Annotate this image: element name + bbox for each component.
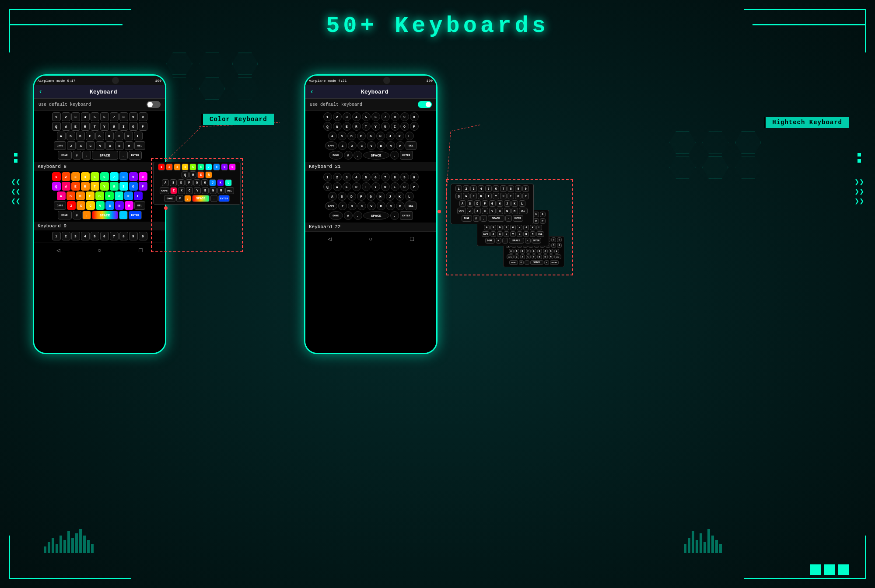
kb-key[interactable]: L [225,179,232,186]
kb-key[interactable]: R [352,122,361,131]
kb-key[interactable]: W [333,122,342,131]
kb-key[interactable]: K [530,225,536,230]
kb-key[interactable]: N [115,141,124,150]
kb-key[interactable]: L [134,191,143,200]
kb-key[interactable]: G [532,249,536,254]
kb-key[interactable]: F [186,179,192,186]
kb-key[interactable]: O [129,122,138,131]
kb-key[interactable]: 2 [62,232,70,240]
kb-key[interactable]: U [110,182,119,191]
caps-key-fhk2[interactable]: CAPS [482,231,490,237]
kb-key[interactable]: Z [67,201,76,210]
kb-key[interactable]: B [377,141,385,150]
del-key-right[interactable]: DEL [406,141,416,150]
kb-key[interactable]: Y [100,122,109,131]
kb-key[interactable]: C [504,231,509,237]
del-key-fhk1[interactable]: DEL [519,208,528,214]
kb-key[interactable]: # [73,151,81,160]
kb-key[interactable]: 8 [391,173,399,181]
phone-right-back-btn[interactable]: ‹ [310,88,314,96]
kb-key[interactable]: P [139,182,147,191]
kb-key[interactable]: W [62,122,70,131]
kb-key[interactable]: Q [182,171,189,178]
kb-key[interactable]: 8 [119,232,128,240]
kb-key[interactable]: C [357,202,366,210]
kb-key[interactable]: S [170,179,177,186]
kb-key[interactable]: X [474,208,481,214]
kb-key[interactable]: 9 [551,237,556,242]
kb-key[interactable]: # [519,260,524,265]
kb-key[interactable]: D [178,179,185,186]
kb-key[interactable]: M [511,208,518,214]
kb-key[interactable]: O [400,122,409,131]
kb-key[interactable]: V [367,141,376,150]
kb-key[interactable]: A [57,191,66,200]
kb-key[interactable]: 9 [129,172,138,181]
kb-key[interactable]: C [526,254,531,259]
kb-key[interactable]: V [194,187,201,194]
kb-key[interactable]: L [405,132,414,140]
kb-key[interactable]: - [544,260,549,265]
kb-key[interactable]: 2 [333,112,342,121]
kb-key[interactable]: E [343,182,351,191]
kb-key[interactable]: 1 [323,173,332,181]
done-key-float[interactable]: DONE [164,195,175,202]
kb-key[interactable]: H [376,192,385,201]
kb-key[interactable]: G [367,192,375,201]
kb-key[interactable]: Z [170,187,177,194]
kb-key[interactable]: 9 [221,164,228,170]
enter-key-right[interactable]: ENTER [400,151,413,160]
kb-key[interactable]: P [540,218,546,224]
kb-key[interactable]: 9 [533,212,539,217]
kb-key[interactable]: S [338,192,346,201]
kb-key[interactable]: 6 [100,232,109,240]
kb-key[interactable]: 7 [381,112,390,121]
kb-key[interactable]: . [480,215,487,222]
kb-key[interactable]: L [519,200,525,207]
kb-key[interactable]: L [554,249,559,254]
kb-key[interactable]: 5 [485,185,492,192]
done-key-fhk1[interactable]: DONE [462,215,472,222]
kb-key[interactable]: E [343,122,351,131]
kb-key[interactable]: F [357,192,366,201]
kb-key[interactable]: R [478,193,484,199]
kb-key[interactable]: Q [52,182,61,191]
kb-key[interactable]: H [497,200,503,207]
space-key-right[interactable]: SPACE [363,151,389,160]
kb-key[interactable]: . [210,195,217,202]
kb-key[interactable]: B [497,208,503,214]
kb-key[interactable]: O [551,243,556,248]
kb-key[interactable]: M [396,141,405,150]
kb-key[interactable]: V [532,254,536,259]
kb-key[interactable]: X [348,202,357,210]
phone-right-toggle[interactable] [418,101,432,108]
kb-key[interactable]: U [500,193,507,199]
kb-key[interactable]: N [504,208,511,214]
kb-key[interactable]: J [386,192,395,201]
kb-key[interactable]: # [473,215,480,222]
kb-key[interactable]: H [537,249,542,254]
kb-key[interactable]: V [510,231,516,237]
kb-key[interactable]: K [511,200,518,207]
kb-key[interactable]: S [66,191,75,200]
kb-key[interactable]: H [201,179,208,186]
kb-key[interactable]: H [376,132,385,140]
kb-key[interactable]: Z [490,231,496,237]
enter-key-fhk3[interactable]: ENTER [550,260,559,265]
done-key-fhk2[interactable]: DONE [485,238,495,244]
kb-key[interactable]: 9 [400,112,409,121]
kb-key[interactable]: D [347,132,356,140]
del-key-color[interactable]: DEL [134,201,145,210]
done-key-left[interactable]: DONE [58,151,72,160]
kb-key[interactable]: X [348,141,357,150]
kb-key[interactable]: 9 [129,232,138,240]
kb-key[interactable]: # [344,151,353,160]
kb-key[interactable]: I [119,182,128,191]
kb-key[interactable]: 9 [515,185,522,192]
kb-key[interactable]: B [537,254,542,259]
kb-key[interactable]: Y [493,193,499,199]
kb-key[interactable]: K [217,179,224,186]
kb-key[interactable]: . [119,151,128,160]
kb-key[interactable]: 0 [410,112,419,121]
kb-key[interactable]: K [396,192,404,201]
